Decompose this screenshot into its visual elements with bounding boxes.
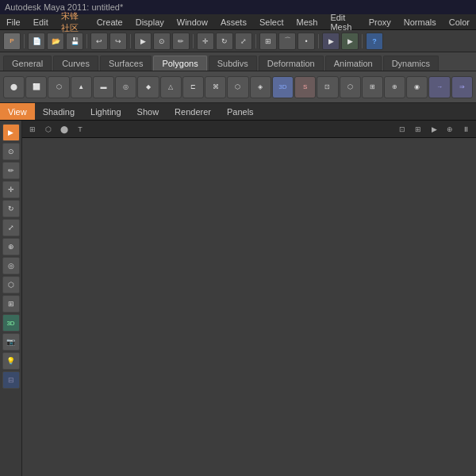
menu-edit-mesh[interactable]: Edit Mesh: [324, 14, 362, 29]
toolbar-snap-grid[interactable]: ⊞: [259, 33, 277, 50]
vp-btn-render[interactable]: ▶: [427, 122, 441, 136]
vp-btn-smooth[interactable]: ⬤: [57, 122, 71, 136]
tab-dynamics[interactable]: Dynamics: [383, 56, 439, 71]
toolbar-snap-point[interactable]: •: [298, 33, 315, 50]
tool-paint[interactable]: ✏: [2, 162, 20, 179]
shelf-pipe[interactable]: ⊏: [182, 76, 204, 98]
shelf-soccer[interactable]: ⬡: [227, 76, 248, 98]
viewport-menu-show[interactable]: Show: [129, 103, 167, 120]
tool-rotate[interactable]: ↻: [2, 200, 20, 217]
toolbar-rotate[interactable]: ↻: [216, 33, 233, 50]
shelf-sphere[interactable]: ⬤: [3, 76, 25, 98]
tool-light[interactable]: 💡: [2, 352, 20, 370]
main-area: ▶ ⊙ ✏ ✛ ↻ ⤢ ⊕ ◎ ⬡ ⊞ 3D 📷 💡 ⊟ ⊞ ⬡ ⬤ T ⊡ ⊞…: [0, 121, 476, 476]
shelf-arrow2[interactable]: ⇒: [451, 76, 473, 98]
shelf-helix[interactable]: ⌘: [205, 76, 226, 98]
tool-show-manip[interactable]: ⬡: [2, 276, 20, 294]
toolbar-sep-2: [86, 34, 87, 48]
shelf-cube[interactable]: ⬜: [25, 76, 47, 98]
menu-proxy[interactable]: Proxy: [363, 14, 397, 29]
shelf-platonic[interactable]: ◈: [250, 76, 271, 98]
toolbar-select[interactable]: ▶: [134, 33, 152, 50]
tab-polygons[interactable]: Polygons: [153, 56, 206, 71]
toolbar-paint[interactable]: ✏: [172, 33, 190, 50]
toolbar-lasso[interactable]: ⊙: [153, 33, 171, 50]
tool-universal[interactable]: ⊕: [2, 238, 20, 255]
shelf-extrude[interactable]: ⊡: [317, 76, 338, 98]
toolbar-undo[interactable]: ↩: [90, 33, 108, 50]
viewport-menu-view[interactable]: View: [0, 103, 35, 120]
viewport-menu-panels[interactable]: Panels: [219, 103, 262, 120]
tool-select-arrow[interactable]: ▶: [2, 124, 20, 141]
menu-display[interactable]: Display: [129, 14, 171, 29]
shelf-torus[interactable]: ◎: [115, 76, 136, 98]
toolbar-open[interactable]: 📂: [47, 33, 64, 50]
tool-soft[interactable]: ◎: [2, 257, 20, 274]
tool-camera[interactable]: 📷: [2, 333, 20, 351]
toolbar-move[interactable]: ✛: [197, 33, 214, 50]
tab-animation[interactable]: Animation: [325, 56, 382, 71]
menu-color[interactable]: Color: [443, 14, 476, 29]
toolbar-polygons[interactable]: P: [3, 33, 21, 50]
shelf-bridge[interactable]: ⊞: [362, 76, 383, 98]
vp-btn-ipr[interactable]: ⊕: [443, 122, 457, 136]
toolbar-sep-6: [318, 34, 319, 48]
left-toolbar: ▶ ⊙ ✏ ✛ ↻ ⤢ ⊕ ◎ ⬡ ⊞ 3D 📷 💡 ⊟: [0, 121, 22, 476]
tool-bottom[interactable]: ⊟: [2, 371, 20, 389]
tab-deformation[interactable]: Deformation: [259, 56, 324, 71]
toolbar-question[interactable]: ?: [366, 33, 383, 50]
shelf-subdiv[interactable]: S: [294, 76, 316, 98]
viewport-toolbar: ⊞ ⬡ ⬤ T ⊡ ⊞ ▶ ⊕ ⏸: [22, 121, 476, 138]
icon-shelf: ⬤ ⬜ ⬡ ▲ ▬ ◎ ◆ △ ⊏ ⌘ ⬡ ◈ 3D S ⊡ ⬡ ⊞ ⊕ ◉ →…: [0, 71, 476, 103]
shelf-3d[interactable]: 3D: [272, 76, 294, 98]
viewport: ⊞ ⬡ ⬤ T ⊡ ⊞ ▶ ⊕ ⏸: [22, 121, 476, 476]
vp-btn-layout[interactable]: ⊡: [395, 122, 409, 136]
toolbar-new[interactable]: 📄: [28, 33, 45, 50]
menu-select[interactable]: Select: [253, 14, 290, 29]
toolbar-sep-1: [24, 34, 25, 48]
viewport-menu-shading[interactable]: Shading: [35, 103, 83, 120]
vp-btn-wireframe[interactable]: ⬡: [41, 122, 56, 136]
tool-snap[interactable]: ⊞: [2, 295, 20, 313]
tool-scale[interactable]: ⤢: [2, 219, 20, 236]
shelf-fill-hole[interactable]: ◉: [406, 76, 428, 98]
shelf-prism[interactable]: ◆: [137, 76, 159, 98]
vp-btn-anim[interactable]: ⊞: [411, 122, 425, 136]
tab-curves[interactable]: Curves: [53, 56, 98, 71]
main-toolbar: P 📄 📂 💾 ↩ ↪ ▶ ⊙ ✏ ✛ ↻ ⤢ ⊞ ⌒ • ▶ ▶ ?: [0, 30, 476, 52]
vp-btn-grid[interactable]: ⊞: [25, 122, 40, 136]
shelf-append[interactable]: ⊕: [384, 76, 405, 98]
viewport-menu-renderer[interactable]: Renderer: [167, 103, 219, 120]
toolbar-ipr[interactable]: ▶: [341, 33, 359, 50]
shelf-cone[interactable]: ▲: [71, 76, 92, 98]
menu-bar: File Edit 宋锋社区 Create Display Window Ass…: [0, 14, 476, 30]
tool-3d-text[interactable]: 3D: [2, 314, 20, 332]
menu-normals[interactable]: Normals: [397, 14, 443, 29]
shelf-bevel[interactable]: ⬡: [340, 76, 361, 98]
viewport-menu-lighting[interactable]: Lighting: [83, 103, 129, 120]
toolbar-redo[interactable]: ↪: [109, 33, 127, 50]
tool-move[interactable]: ✛: [2, 181, 20, 198]
tab-subdivs[interactable]: Subdivs: [209, 56, 257, 71]
toolbar-snap-curve[interactable]: ⌒: [278, 33, 296, 50]
toolbar-scale[interactable]: ⤢: [235, 33, 252, 50]
vp-btn-pause[interactable]: ⏸: [459, 122, 473, 136]
menu-file[interactable]: File: [0, 14, 27, 29]
toolbar-render[interactable]: ▶: [322, 33, 340, 50]
shelf-arrow[interactable]: →: [428, 76, 450, 98]
menu-create[interactable]: Create: [90, 14, 129, 29]
toolbar-sep-3: [130, 34, 131, 48]
tab-general[interactable]: General: [3, 56, 52, 71]
vp-btn-textured[interactable]: T: [73, 122, 87, 136]
menu-window[interactable]: Window: [171, 14, 214, 29]
menu-community[interactable]: 宋锋社区: [55, 14, 90, 29]
toolbar-save[interactable]: 💾: [66, 33, 83, 50]
shelf-pyramid[interactable]: △: [160, 76, 182, 98]
shelf-cylinder[interactable]: ⬡: [48, 76, 69, 98]
menu-mesh[interactable]: Mesh: [290, 14, 324, 29]
menu-edit[interactable]: Edit: [27, 14, 55, 29]
menu-assets[interactable]: Assets: [214, 14, 253, 29]
shelf-plane[interactable]: ▬: [93, 76, 114, 98]
tool-lasso[interactable]: ⊙: [2, 143, 20, 160]
tab-surfaces[interactable]: Surfaces: [100, 56, 152, 71]
